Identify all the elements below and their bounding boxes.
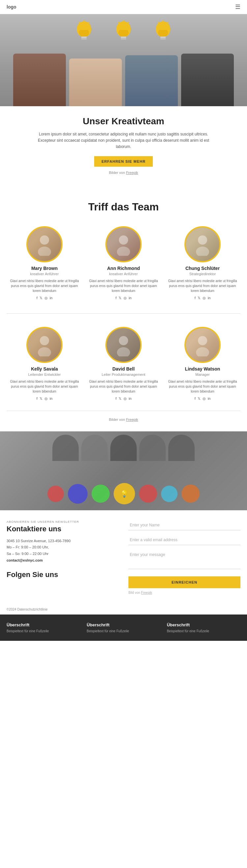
team-member: Chung Schlüter Strategiedirektor Glavi a… <box>165 223 240 304</box>
member-desc: Glavi amet nitrisi libero molestie ante … <box>88 278 159 293</box>
instagram-icon[interactable]: ◎ <box>124 397 127 401</box>
team-member: David Bell Leiter Produktmanagement Glav… <box>86 323 161 404</box>
logo: logo <box>7 4 17 9</box>
member-role: Leiter Produktmanagement <box>88 373 159 376</box>
social-icons: f 𝕏 ◎ in <box>167 296 238 300</box>
footer-body: Beispieltext für eine Fußzeile <box>87 629 160 633</box>
svg-point-29 <box>119 336 128 345</box>
member-desc: Glavi amet nitrisi libero molestie ante … <box>167 379 238 394</box>
linkedin-icon[interactable]: in <box>129 397 132 401</box>
form-credit: Bild von Freepik <box>129 591 240 594</box>
linkedin-icon[interactable]: in <box>50 296 53 300</box>
twitter-icon[interactable]: 𝕏 <box>39 296 43 300</box>
linkedin-icon[interactable]: in <box>208 296 211 300</box>
member-role: kreativer Anführer <box>88 272 159 276</box>
team-grid: Mary Brown kreativer Anführer Glavi amet… <box>7 223 240 404</box>
svg-point-22 <box>38 247 51 256</box>
hamburger-menu-icon[interactable]: ☰ <box>235 3 240 10</box>
facebook-icon[interactable]: f <box>116 397 117 401</box>
linkedin-icon[interactable]: in <box>50 397 53 401</box>
member-name: Lindsay Watson <box>167 366 238 372</box>
instagram-icon[interactable]: ◎ <box>202 397 206 401</box>
member-name: David Bell <box>88 366 159 372</box>
facebook-icon[interactable]: f <box>195 296 196 300</box>
footer-body: Beispieltext für eine Fußzeile <box>167 629 240 633</box>
member-avatar <box>185 226 221 262</box>
intro-body: Lorem ipsum dolor sit amet, consectetur … <box>33 131 214 150</box>
site-header: logo ☰ <box>0 0 247 14</box>
message-input[interactable] <box>129 550 240 569</box>
contact-form-column: EINREICHEN Bild von Freepik <box>129 520 240 594</box>
contact-address: 3045 10 Sunrize Avenue, 123-456-7890 <box>7 538 118 545</box>
member-role: Leitender Entwickler <box>9 373 80 376</box>
member-role: Strategiedirektor <box>167 272 238 276</box>
svg-rect-3 <box>82 40 86 41</box>
instagram-icon[interactable]: ◎ <box>202 296 206 300</box>
twitter-icon[interactable]: 𝕏 <box>198 397 200 401</box>
intro-title: Unser Kreativteam <box>33 116 214 127</box>
team-section: Triff das Team Mary Brown kreativer Anfü… <box>0 191 247 431</box>
person-silhouette <box>33 233 56 256</box>
twitter-icon[interactable]: 𝕏 <box>39 397 43 401</box>
name-input[interactable] <box>129 520 240 530</box>
svg-line-6 <box>88 22 89 23</box>
member-desc: Glavi amet nitrisi libero molestie ante … <box>167 278 238 293</box>
social-icons: f 𝕏 ◎ in <box>9 397 80 401</box>
copyright: ©2024 Datenschutzrichtlinie <box>0 604 247 615</box>
instagram-icon[interactable]: ◎ <box>45 296 48 300</box>
learn-more-button[interactable]: ERFAHREN SIE MEHR <box>94 156 153 167</box>
submit-button[interactable]: EINREICHEN <box>129 577 240 588</box>
team-member: Kelly Savala Leitender Entwickler Glavi … <box>7 323 82 404</box>
instagram-icon[interactable]: ◎ <box>45 397 48 401</box>
svg-point-26 <box>196 247 209 256</box>
contact-email[interactable]: contact@eslnyc.com <box>7 558 43 562</box>
site-footer: Überschrift Beispieltext für eine Fußzei… <box>0 615 247 641</box>
facebook-icon[interactable]: f <box>36 397 37 401</box>
member-role: kreativer Anführer <box>9 272 80 276</box>
svg-rect-17 <box>161 40 165 41</box>
team-member: Lindsay Watson Manager Glavi amet nitris… <box>165 323 240 404</box>
member-role: Manager <box>167 373 238 376</box>
member-avatar <box>105 226 142 262</box>
svg-point-24 <box>117 247 130 256</box>
member-name: Ann Richmond <box>88 266 159 271</box>
svg-line-13 <box>128 22 129 23</box>
social-icons: f 𝕏 ◎ in <box>88 296 159 300</box>
group-image-section: 💡 <box>0 431 247 510</box>
person-silhouette <box>191 333 214 356</box>
svg-point-25 <box>198 236 207 245</box>
linkedin-icon[interactable]: in <box>129 296 132 300</box>
footer-heading: Überschrift <box>167 622 240 627</box>
svg-line-12 <box>118 22 119 23</box>
intro-credit: Bilder von Freepik <box>33 170 214 175</box>
twitter-icon[interactable]: 𝕏 <box>118 296 121 300</box>
footer-column-2: Überschrift Beispieltext für eine Fußzei… <box>87 622 160 633</box>
contact-section: ABONNIEREN SIE UNSEREN NEWSLETTER Kontak… <box>0 510 247 604</box>
footer-column-1: Überschrift Beispieltext für eine Fußzei… <box>7 622 80 633</box>
facebook-icon[interactable]: f <box>116 296 117 300</box>
member-name: Chung Schlüter <box>167 266 238 271</box>
team-credit: Bilder von Freepik <box>7 417 240 422</box>
person-silhouette <box>191 233 214 256</box>
follow-title: Folgen Sie uns <box>7 570 118 579</box>
member-name: Mary Brown <box>9 266 80 271</box>
email-input[interactable] <box>129 535 240 545</box>
intro-section: Unser Kreativteam Lorem ipsum dolor sit … <box>0 106 247 181</box>
facebook-icon[interactable]: f <box>36 296 37 300</box>
twitter-icon[interactable]: 𝕏 <box>118 397 121 401</box>
svg-point-32 <box>196 347 209 356</box>
team-title: Triff das Team <box>7 201 240 213</box>
svg-point-28 <box>38 347 51 356</box>
svg-point-31 <box>198 336 207 345</box>
bulb-icon-2 <box>114 20 133 46</box>
linkedin-icon[interactable]: in <box>208 397 211 401</box>
footer-heading: Überschrift <box>87 622 160 627</box>
svg-line-20 <box>167 22 168 23</box>
facebook-icon[interactable]: f <box>195 397 196 401</box>
hero-section <box>0 14 247 106</box>
instagram-icon[interactable]: ◎ <box>124 296 127 300</box>
footer-body: Beispieltext für eine Fußzeile <box>7 629 80 633</box>
contact-hours2: Sa – So: 9:00 – 22:00 Uhr <box>7 551 118 557</box>
member-avatar <box>26 226 62 262</box>
twitter-icon[interactable]: 𝕏 <box>198 296 200 300</box>
